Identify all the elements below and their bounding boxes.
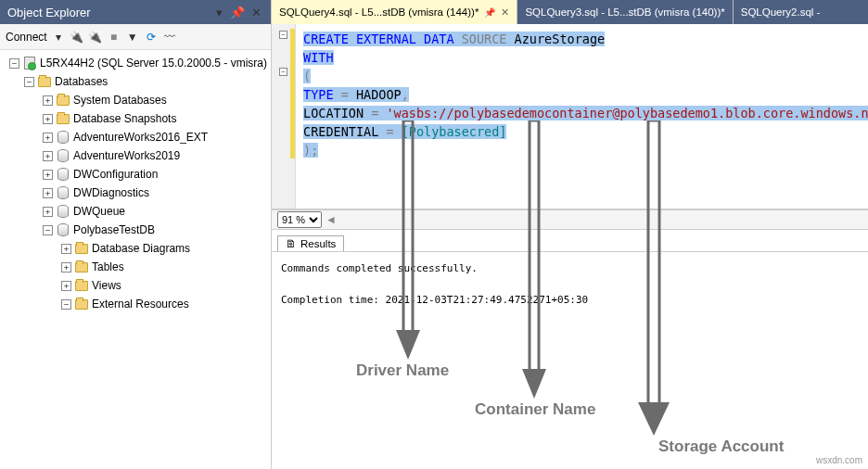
tree-server-node[interactable]: −L5RX44H2 (SQL Server 15.0.2000.5 - vmis…: [4, 54, 271, 72]
tab-label: SQLQuery3.sql - L5...stDB (vmisra (140))…: [525, 6, 724, 18]
message-line: Commands completed successfully.: [281, 260, 868, 278]
pin-icon[interactable]: 📌: [230, 5, 245, 19]
expand-icon[interactable]: +: [61, 281, 71, 291]
tab-label: SQLQuery2.sql -: [741, 6, 821, 18]
tree-label: AdventureWorks2016_EXT: [73, 131, 208, 144]
tree-label: DWConfiguration: [73, 168, 158, 181]
database-icon: [57, 205, 69, 218]
expand-icon[interactable]: +: [61, 262, 71, 273]
annotation-label-driver: Driver Name: [356, 361, 449, 380]
panel-header: Object Explorer ▾ 📌 ✕: [0, 0, 271, 24]
tab-active[interactable]: SQLQuery4.sql - L5...stDB (vmisra (144))…: [272, 0, 517, 24]
code-token: (: [303, 69, 311, 83]
expand-icon[interactable]: +: [43, 151, 53, 161]
expand-icon[interactable]: +: [43, 207, 53, 217]
code-token: WITH: [303, 50, 334, 65]
results-tab-label: Results: [300, 238, 336, 249]
expand-icon[interactable]: +: [61, 244, 71, 254]
refresh-icon[interactable]: ⟳: [144, 30, 159, 44]
tree-label: DWQueue: [73, 205, 125, 218]
zoom-select[interactable]: 91 %: [277, 211, 322, 228]
tree-node[interactable]: +Database Snapshots: [4, 109, 271, 128]
results-tab[interactable]: 🗎Results: [277, 235, 344, 251]
tree-label: System Databases: [73, 94, 167, 107]
code-editor[interactable]: − − CREATE EXTERNAL DATA SOURCE AzureSto…: [272, 24, 868, 209]
tab[interactable]: SQLQuery2.sql -: [734, 0, 868, 24]
activity-icon[interactable]: 〰: [162, 30, 177, 44]
collapse-icon[interactable]: −: [43, 225, 53, 235]
server-icon: [24, 57, 35, 70]
tree-node[interactable]: +AdventureWorks2016_EXT: [4, 128, 271, 146]
annotation-label-storage: Storage Account: [658, 437, 784, 456]
collapse-icon[interactable]: −: [9, 58, 19, 69]
tree-node[interactable]: +System Databases: [4, 91, 271, 109]
expand-icon[interactable]: +: [43, 170, 53, 180]
watermark: wsxdn.com: [816, 455, 862, 465]
tree-node[interactable]: −External Resources: [4, 295, 271, 313]
object-tree[interactable]: −L5RX44H2 (SQL Server 15.0.2000.5 - vmis…: [0, 50, 271, 469]
folder-icon: [75, 262, 88, 273]
collapse-icon[interactable]: −: [61, 299, 71, 310]
tree-label: External Resources: [92, 298, 189, 311]
tree-label: Database Diagrams: [92, 242, 190, 255]
plug-connect-icon[interactable]: 🔌: [70, 30, 84, 44]
close-icon[interactable]: ✕: [249, 5, 263, 19]
object-explorer-toolbar: Connect ▾ 🔌 🔌 ■ ▼ ⟳ 〰: [0, 24, 271, 50]
tree-polybase-node[interactable]: −PolybaseTestDB: [4, 221, 271, 239]
tree-databases-node[interactable]: −Databases: [4, 72, 271, 91]
panel-title: Object Explorer: [7, 6, 91, 19]
tree-node[interactable]: +Database Diagrams: [4, 239, 271, 258]
code-token: CREDENTIAL: [303, 124, 378, 139]
code-token: AzureStorage: [506, 32, 605, 46]
tree-label: Tables: [92, 260, 124, 273]
code-token: DATA: [416, 32, 454, 46]
tree-node[interactable]: +DWQueue: [4, 202, 271, 221]
tree-node[interactable]: +DWConfiguration: [4, 165, 271, 184]
code-content[interactable]: CREATE EXTERNAL DATA SOURCE AzureStorage…: [296, 24, 868, 209]
editor-gutter: − −: [272, 24, 296, 209]
expand-icon[interactable]: +: [43, 114, 53, 124]
expand-icon[interactable]: +: [43, 133, 53, 143]
tab-label: SQLQuery4.sql - L5...stDB (vmisra (144))…: [279, 6, 479, 18]
outline-collapse-icon[interactable]: −: [279, 68, 287, 76]
tab[interactable]: SQLQuery3.sql - L5...stDB (vmisra (140))…: [517, 0, 733, 24]
message-line: Completion time: 2021-12-03T21:27:49.475…: [281, 291, 868, 310]
messages-pane[interactable]: Commands completed successfully. Complet…: [272, 252, 868, 469]
close-tab-icon[interactable]: ✕: [501, 6, 509, 19]
tree-node[interactable]: +Views: [4, 276, 271, 295]
document-tabs: SQLQuery4.sql - L5...stDB (vmisra (144))…: [272, 0, 868, 24]
code-token: =: [364, 106, 378, 120]
object-explorer-panel: Object Explorer ▾ 📌 ✕ Connect ▾ 🔌 🔌 ■ ▼ …: [0, 0, 272, 469]
folder-icon: [57, 114, 70, 124]
database-icon: [57, 186, 69, 199]
tree-node[interactable]: +Tables: [4, 258, 271, 276]
hscroll-left-icon[interactable]: ◄: [326, 213, 337, 226]
tree-label: L5RX44H2 (SQL Server 15.0.2000.5 - vmisr…: [40, 57, 267, 70]
database-icon: [57, 149, 69, 162]
plug-disconnect-icon[interactable]: 🔌: [88, 30, 103, 44]
filter-icon[interactable]: ▼: [125, 30, 140, 44]
tree-label: Databases: [55, 75, 108, 88]
expand-icon[interactable]: +: [43, 188, 53, 198]
connect-dropdown-icon[interactable]: ▾: [51, 30, 66, 44]
stop-icon[interactable]: ■: [107, 30, 121, 44]
code-token: ,: [402, 87, 409, 102]
code-token: 'wasbs://polybasedemocontainer@polybased…: [378, 106, 868, 120]
code-token: =: [378, 124, 393, 139]
zoom-bar: 91 % ◄: [272, 209, 868, 230]
database-icon: [57, 168, 69, 181]
pin-icon[interactable]: 📌: [484, 7, 495, 18]
tree-label: AdventureWorks2019: [73, 149, 180, 162]
editor-area: SQLQuery4.sql - L5...stDB (vmisra (144))…: [272, 0, 868, 469]
tree-node[interactable]: +DWDiagnostics: [4, 184, 271, 202]
tree-label: Database Snapshots: [73, 112, 176, 125]
tree-node[interactable]: +AdventureWorks2019: [4, 146, 271, 165]
outline-collapse-icon[interactable]: −: [279, 31, 287, 39]
expand-icon[interactable]: +: [43, 95, 53, 106]
dropdown-icon[interactable]: ▾: [211, 5, 226, 19]
code-token: HADOOP: [349, 87, 402, 102]
results-icon: 🗎: [286, 238, 297, 249]
folder-icon: [57, 95, 70, 106]
connect-label[interactable]: Connect: [6, 31, 47, 44]
collapse-icon[interactable]: −: [24, 77, 34, 87]
